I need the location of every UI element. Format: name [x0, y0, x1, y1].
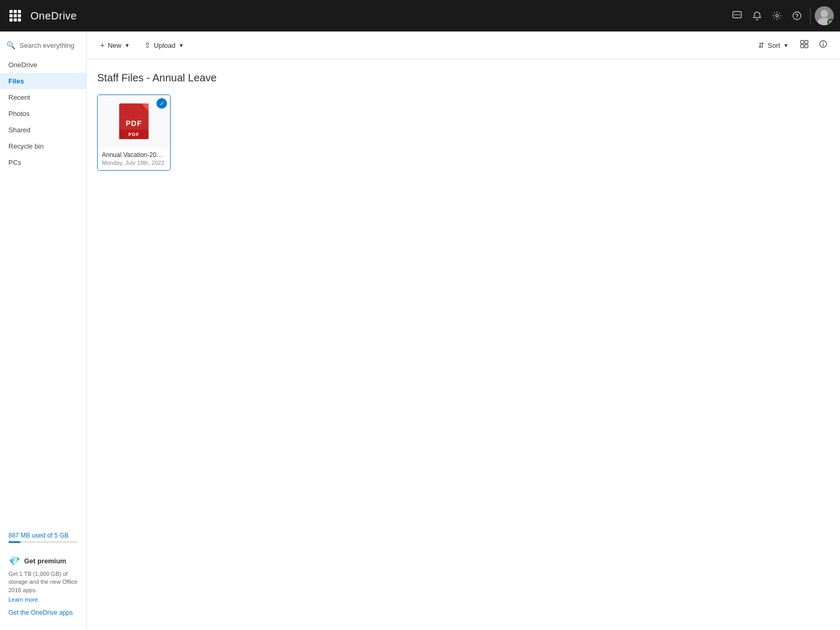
- pdf-stripe: PDF: [119, 130, 149, 139]
- main-layout: 🔍 Search everything OneDrive Files Recen…: [0, 32, 840, 630]
- file-info: Annual Vacation-2022.pdf Monday, July 18…: [98, 148, 170, 170]
- gear-icon: [772, 11, 782, 20]
- new-label: New: [108, 41, 121, 49]
- help-icon: [792, 11, 802, 20]
- premium-header: 💎 Get premium: [8, 555, 78, 567]
- storage-section: 887 MB used of 5 GB: [0, 526, 86, 555]
- upload-chevron-icon: ▼: [178, 43, 184, 48]
- file-thumbnail: PDF PDF ✓: [98, 95, 170, 148]
- svg-point-4: [776, 15, 779, 17]
- premium-section: 💎 Get premium Get 1 TB (1,000 GB) of sto…: [0, 555, 86, 625]
- info-icon: [819, 40, 827, 48]
- topbar: OneDrive: [0, 0, 840, 32]
- sidebar-item-recent[interactable]: Recent: [0, 89, 86, 106]
- avatar-status-badge: [827, 19, 834, 25]
- file-date: Monday, July 18th, 2022: [102, 160, 166, 166]
- storage-bar-fill: [8, 541, 20, 543]
- waffle-icon: [9, 10, 21, 22]
- premium-title: Get premium: [24, 557, 66, 565]
- sort-icon: ⇵: [758, 41, 764, 49]
- sort-button[interactable]: ⇵ Sort ▼: [753, 38, 794, 52]
- content-area: Staff Files - Annual Leave PDF PDF: [87, 59, 840, 630]
- new-button[interactable]: + New ▼: [95, 38, 135, 52]
- premium-description: Get 1 TB (1,000 GB) of storage and the n…: [8, 570, 78, 594]
- notifications-button[interactable]: [748, 7, 766, 25]
- page-title: Staff Files - Annual Leave: [97, 72, 830, 84]
- help-button[interactable]: [788, 7, 806, 25]
- toolbar: + New ▼ ⇧ Upload ▼ ⇵ Sort ▼: [87, 32, 840, 59]
- info-button[interactable]: [815, 37, 832, 54]
- grid-view-button[interactable]: [796, 37, 813, 54]
- search-bar[interactable]: 🔍 Search everything: [0, 37, 86, 54]
- sort-label: Sort: [768, 41, 780, 49]
- storage-used-label: 887 MB used of 5 GB: [8, 532, 78, 539]
- grid-icon: [800, 40, 808, 48]
- feedback-icon: [732, 11, 742, 20]
- pdf-icon-body: PDF PDF: [119, 103, 149, 139]
- svg-point-5: [793, 12, 801, 20]
- svg-point-15: [823, 42, 824, 43]
- sidebar-item-pcs[interactable]: PCs: [0, 154, 86, 171]
- sidebar-item-onedrive[interactable]: OneDrive: [0, 57, 86, 73]
- storage-bar-background: [8, 541, 78, 543]
- sidebar-item-photos[interactable]: Photos: [0, 106, 86, 122]
- svg-rect-13: [805, 45, 808, 48]
- sidebar-item-shared[interactable]: Shared: [0, 122, 86, 138]
- svg-point-1: [734, 14, 736, 15]
- sidebar-nav: OneDrive Files Recent Photos Shared Recy…: [0, 57, 86, 526]
- waffle-button[interactable]: [6, 7, 24, 25]
- bell-icon: [752, 11, 762, 20]
- svg-rect-10: [801, 40, 804, 44]
- main-content: + New ▼ ⇧ Upload ▼ ⇵ Sort ▼: [87, 32, 840, 630]
- search-placeholder: Search everything: [19, 41, 75, 49]
- sort-chevron-icon: ▼: [783, 43, 789, 48]
- topbar-divider: [810, 7, 811, 24]
- svg-rect-12: [801, 45, 804, 48]
- topbar-icons: [728, 6, 834, 25]
- upload-label: Upload: [154, 41, 175, 49]
- pdf-stripe-text: PDF: [129, 132, 140, 137]
- upload-button[interactable]: ⇧ Upload ▼: [139, 38, 189, 52]
- app-title: OneDrive: [30, 10, 722, 22]
- search-icon: 🔍: [6, 41, 15, 49]
- file-grid: PDF PDF ✓ Annual Vacation-2022.pdf Monda…: [97, 94, 830, 171]
- diamond-icon: 💎: [8, 555, 20, 567]
- sidebar-item-recycle[interactable]: Recycle bin: [0, 138, 86, 154]
- new-chevron-icon: ▼: [124, 43, 130, 48]
- upload-icon: ⇧: [144, 41, 151, 49]
- plus-icon: +: [100, 41, 104, 49]
- sidebar: 🔍 Search everything OneDrive Files Recen…: [0, 32, 87, 630]
- pdf-label: PDF: [126, 119, 142, 128]
- toolbar-right: ⇵ Sort ▼: [753, 37, 832, 54]
- user-avatar[interactable]: [815, 6, 834, 25]
- learn-more-link[interactable]: Learn more.: [8, 596, 78, 603]
- file-name: Annual Vacation-2022.pdf: [102, 151, 166, 159]
- sidebar-item-files[interactable]: Files: [0, 73, 86, 89]
- svg-point-6: [796, 17, 797, 18]
- file-tile[interactable]: PDF PDF ✓ Annual Vacation-2022.pdf Monda…: [97, 94, 171, 171]
- get-apps-link[interactable]: Get the OneDrive apps: [8, 607, 78, 618]
- svg-point-3: [739, 14, 740, 15]
- svg-point-2: [737, 14, 738, 15]
- pdf-file-icon: PDF PDF: [119, 103, 149, 139]
- feedback-button[interactable]: [728, 7, 746, 25]
- settings-button[interactable]: [768, 7, 786, 25]
- svg-point-8: [821, 10, 828, 17]
- svg-rect-11: [805, 40, 808, 44]
- selected-check-badge: ✓: [156, 98, 167, 109]
